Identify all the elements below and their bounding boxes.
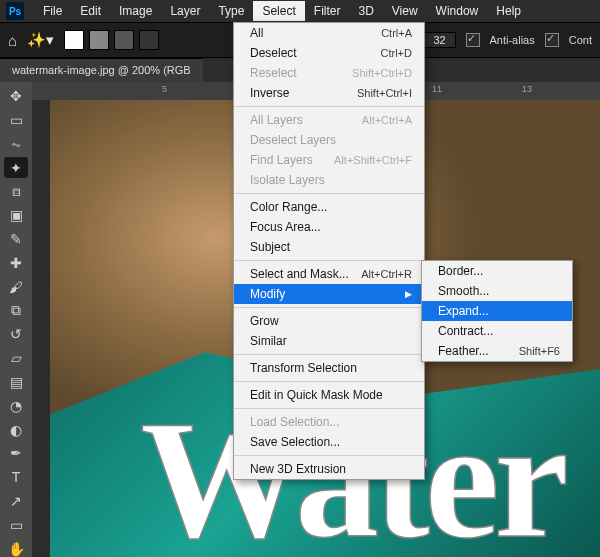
swatch-group <box>64 30 159 50</box>
menu-3d[interactable]: 3D <box>349 1 382 21</box>
antialias-label: Anti-alias <box>490 34 535 46</box>
menu-file[interactable]: File <box>34 1 71 21</box>
menuitem-grow[interactable]: Grow <box>234 311 424 331</box>
menuitem-modify[interactable]: Modify▶ <box>234 284 424 304</box>
menu-filter[interactable]: Filter <box>305 1 350 21</box>
swatch-1[interactable] <box>64 30 84 50</box>
menu-edit[interactable]: Edit <box>71 1 110 21</box>
menuitem-inverse[interactable]: InverseShift+Ctrl+I <box>234 83 424 103</box>
menu-view[interactable]: View <box>383 1 427 21</box>
tool-dodge[interactable]: ◐ <box>4 419 28 440</box>
submenuitem-feather[interactable]: Feather...Shift+F6 <box>422 341 572 361</box>
submenuitem-label: Smooth... <box>438 284 489 298</box>
tool-crop[interactable]: ⧈ <box>4 181 28 202</box>
tool-column: ✥▭⏦✦⧈▣✎✚🖌⧉↺▱▤◔◐✒T↗▭✋ <box>0 82 32 557</box>
tool-patch[interactable]: ✚ <box>4 253 28 274</box>
swatch-3[interactable] <box>114 30 134 50</box>
menu-separator <box>234 307 424 308</box>
menuitem-shortcut: Ctrl+D <box>381 47 412 59</box>
menuitem-label: Save Selection... <box>250 435 340 449</box>
menuitem-subject[interactable]: Subject <box>234 237 424 257</box>
menuitem-reselect: ReselectShift+Ctrl+D <box>234 63 424 83</box>
tool-stamp[interactable]: ⧉ <box>4 300 28 321</box>
tool-hand[interactable]: ✋ <box>4 538 28 557</box>
submenuitem-label: Contract... <box>438 324 493 338</box>
menuitem-label: All <box>250 26 263 40</box>
submenuitem-smooth[interactable]: Smooth... <box>422 281 572 301</box>
menu-separator <box>234 260 424 261</box>
menuitem-transform-selection[interactable]: Transform Selection <box>234 358 424 378</box>
menuitem-similar[interactable]: Similar <box>234 331 424 351</box>
tool-rect[interactable]: ▭ <box>4 514 28 535</box>
menuitem-label: Edit in Quick Mask Mode <box>250 388 383 402</box>
document-tab[interactable]: watermark-image.jpg @ 200% (RGB <box>0 58 203 82</box>
tool-path[interactable]: ↗ <box>4 491 28 512</box>
home-icon[interactable]: ⌂ <box>8 32 17 49</box>
tool-move[interactable]: ✥ <box>4 86 28 107</box>
menuitem-all[interactable]: AllCtrl+A <box>234 23 424 43</box>
submenuitem-expand[interactable]: Expand... <box>422 301 572 321</box>
menu-layer[interactable]: Layer <box>161 1 209 21</box>
menu-separator <box>234 106 424 107</box>
menuitem-save-selection[interactable]: Save Selection... <box>234 432 424 452</box>
tool-blur[interactable]: ◔ <box>4 395 28 416</box>
menuitem-shortcut: Alt+Ctrl+R <box>361 268 412 280</box>
menuitem-focus-area[interactable]: Focus Area... <box>234 217 424 237</box>
menuitem-deselect[interactable]: DeselectCtrl+D <box>234 43 424 63</box>
menu-window[interactable]: Window <box>427 1 488 21</box>
menuitem-all-layers: All LayersAlt+Ctrl+A <box>234 110 424 130</box>
menuitem-deselect-layers: Deselect Layers <box>234 130 424 150</box>
menuitem-color-range[interactable]: Color Range... <box>234 197 424 217</box>
menu-select[interactable]: Select <box>253 1 304 21</box>
menuitem-shortcut: Ctrl+A <box>381 27 412 39</box>
menu-help[interactable]: Help <box>487 1 530 21</box>
menuitem-label: Deselect Layers <box>250 133 336 147</box>
tool-history[interactable]: ↺ <box>4 324 28 345</box>
tool-magic-wand[interactable]: ✦ <box>4 157 28 178</box>
menuitem-find-layers: Find LayersAlt+Shift+Ctrl+F <box>234 150 424 170</box>
menuitem-edit-in-quick-mask-mode[interactable]: Edit in Quick Mask Mode <box>234 385 424 405</box>
tool-eraser[interactable]: ▱ <box>4 348 28 369</box>
menuitem-label: Color Range... <box>250 200 327 214</box>
submenuitem-label: Expand... <box>438 304 489 318</box>
menuitem-shortcut: Shift+Ctrl+I <box>357 87 412 99</box>
menuitem-label: Find Layers <box>250 153 313 167</box>
contiguous-checkbox[interactable] <box>545 33 559 47</box>
submenuitem-border[interactable]: Border... <box>422 261 572 281</box>
tool-pen[interactable]: ✒ <box>4 443 28 464</box>
menu-separator <box>234 354 424 355</box>
menuitem-label: Grow <box>250 314 279 328</box>
menuitem-label: Reselect <box>250 66 297 80</box>
tool-type[interactable]: T <box>4 467 28 488</box>
tool-gradient[interactable]: ▤ <box>4 372 28 393</box>
menubar: Ps FileEditImageLayerTypeSelectFilter3DV… <box>0 0 600 22</box>
tool-lasso[interactable]: ⏦ <box>4 134 28 155</box>
menuitem-isolate-layers: Isolate Layers <box>234 170 424 190</box>
menuitem-new-3d-extrusion[interactable]: New 3D Extrusion <box>234 459 424 479</box>
ruler-tick: 13 <box>522 84 532 94</box>
menu-separator <box>234 381 424 382</box>
tool-brush[interactable]: 🖌 <box>4 276 28 297</box>
tool-marquee[interactable]: ▭ <box>4 110 28 131</box>
swatch-2[interactable] <box>89 30 109 50</box>
modify-submenu: Border...Smooth...Expand...Contract...Fe… <box>421 260 573 362</box>
app-logo: Ps <box>6 2 24 20</box>
menuitem-select-and-mask[interactable]: Select and Mask...Alt+Ctrl+R <box>234 264 424 284</box>
menu-type[interactable]: Type <box>209 1 253 21</box>
menu-separator <box>234 455 424 456</box>
antialias-checkbox[interactable] <box>466 33 480 47</box>
menuitem-label: New 3D Extrusion <box>250 462 346 476</box>
tolerance-input[interactable] <box>424 32 456 48</box>
menuitem-load-selection: Load Selection... <box>234 412 424 432</box>
menuitem-label: Modify <box>250 287 285 301</box>
tool-eyedrop[interactable]: ✎ <box>4 229 28 250</box>
tool-preset-icon[interactable]: ✨▾ <box>27 31 54 49</box>
submenuitem-label: Border... <box>438 264 483 278</box>
tool-frame[interactable]: ▣ <box>4 205 28 226</box>
menuitem-label: Focus Area... <box>250 220 321 234</box>
swatch-4[interactable] <box>139 30 159 50</box>
contiguous-label: Cont <box>569 34 592 46</box>
menuitem-label: Transform Selection <box>250 361 357 375</box>
submenuitem-contract[interactable]: Contract... <box>422 321 572 341</box>
menu-image[interactable]: Image <box>110 1 161 21</box>
